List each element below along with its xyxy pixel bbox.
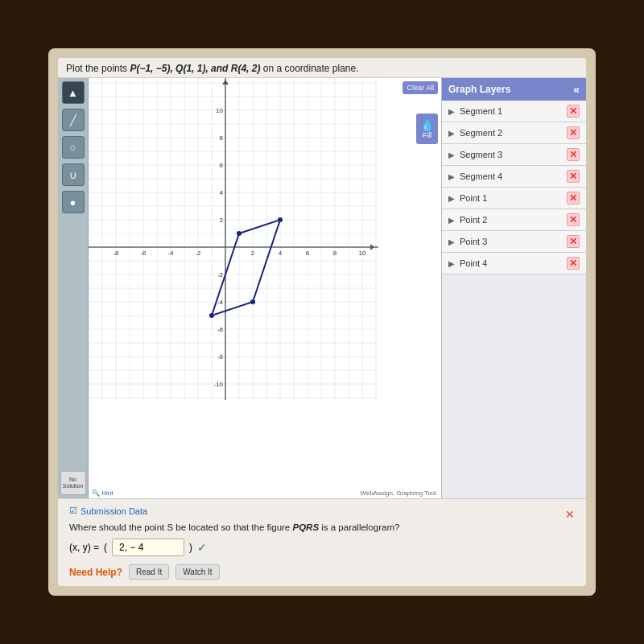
arrow-tool[interactable]: ▲ — [62, 81, 85, 104]
layer-name-4: Segment 4 — [460, 171, 567, 181]
answer-open-paren: ( — [104, 542, 107, 553]
no-solution-button[interactable]: No Solution — [60, 471, 86, 495]
screen-content: Plot the points P(−1, −5), Q(1, 1), and … — [58, 58, 586, 586]
layers-collapse-button[interactable]: « — [573, 83, 580, 96]
layer-name-7: Point 3 — [460, 237, 567, 246]
layers-list: ▶ Segment 1 ✕ ▶ Segment 2 ✕ ▶ Segment 3 … — [442, 101, 586, 275]
answer-check-icon: ✓ — [197, 541, 207, 554]
answer-input[interactable] — [112, 539, 184, 556]
layer-item-5[interactable]: ▶ Point 1 ✕ — [442, 188, 586, 209]
watch-it-button[interactable]: Watch It — [175, 564, 219, 580]
layer-name-1: Segment 1 — [460, 106, 567, 116]
read-it-button[interactable]: Read It — [129, 564, 169, 580]
layers-title: Graph Layers — [448, 84, 510, 95]
laptop-screen: Plot the points P(−1, −5), Q(1, 1), and … — [48, 48, 596, 596]
hint-link[interactable]: 🔍 Hint — [92, 489, 113, 497]
question-text-prefix: Plot the points — [66, 63, 130, 74]
layer-delete-6[interactable]: ✕ — [567, 213, 580, 226]
layer-name-6: Point 2 — [460, 215, 567, 225]
submission-close-button[interactable]: ✕ — [565, 508, 575, 521]
layer-delete-3[interactable]: ✕ — [567, 148, 580, 161]
main-area: ▲ ╱ ○ ∪ ● No Solution Clear All 💧 Fill W… — [58, 78, 586, 498]
layer-delete-2[interactable]: ✕ — [567, 126, 580, 139]
layer-item-3[interactable]: ▶ Segment 3 ✕ — [442, 144, 586, 166]
layer-name-3: Segment 3 — [460, 150, 567, 159]
layer-delete-5[interactable]: ✕ — [567, 192, 580, 204]
answer-close-paren: ) — [189, 542, 192, 553]
layer-item-7[interactable]: ▶ Point 3 ✕ — [442, 231, 586, 253]
layer-item-8[interactable]: ▶ Point 4 ✕ — [442, 253, 586, 275]
point-tool[interactable]: ● — [62, 191, 85, 213]
bottom-question: Where should the point S be located so t… — [69, 522, 575, 532]
bottom-section: ☑ Submission Data ✕ Where should the poi… — [58, 498, 586, 586]
need-help-label: Need Help? — [69, 567, 122, 578]
graph-layers-panel: Graph Layers « ▶ Segment 1 ✕ ▶ Segment 2… — [441, 78, 586, 498]
layer-item-2[interactable]: ▶ Segment 2 ✕ — [442, 122, 586, 144]
question-text-suffix: on a coordinate plane. — [260, 63, 358, 74]
layer-item-6[interactable]: ▶ Point 2 ✕ — [442, 209, 586, 231]
segment-tool[interactable]: ╱ — [62, 109, 85, 131]
question-points: P(−1, −5), Q(1, 1), and R(4, 2) — [130, 63, 260, 74]
answer-prefix: (x, y) = — [69, 542, 99, 553]
layer-arrow-1: ▶ — [448, 107, 455, 116]
layer-item-1[interactable]: ▶ Segment 1 ✕ — [442, 101, 586, 122]
layer-name-2: Segment 2 — [460, 128, 567, 138]
layer-item-4[interactable]: ▶ Segment 4 ✕ — [442, 166, 586, 188]
layers-header: Graph Layers « — [442, 78, 586, 101]
layer-delete-4[interactable]: ✕ — [567, 170, 580, 183]
question-bar: Plot the points P(−1, −5), Q(1, 1), and … — [58, 58, 586, 78]
graph-area[interactable]: Clear All 💧 Fill WebAssign, Graphing Too… — [89, 78, 441, 498]
layer-arrow-3: ▶ — [448, 151, 455, 159]
curve-tool[interactable]: ∪ — [62, 163, 85, 186]
answer-row: (x, y) = ( ) ✓ — [69, 539, 575, 556]
layer-arrow-8: ▶ — [448, 259, 455, 268]
layer-arrow-4: ▶ — [448, 172, 455, 181]
left-toolbar: ▲ ╱ ○ ∪ ● No Solution — [58, 78, 89, 498]
help-row: Need Help? Read It Watch It — [69, 564, 575, 580]
layer-delete-8[interactable]: ✕ — [567, 257, 580, 270]
webassign-label: WebAssign, Graphing Tool — [361, 489, 436, 497]
layer-name-5: Point 1 — [460, 193, 567, 203]
circle-tool[interactable]: ○ — [62, 136, 85, 159]
submission-row: ☑ Submission Data ✕ — [69, 506, 575, 522]
clear-all-button[interactable]: Clear All — [402, 81, 438, 94]
layer-arrow-2: ▶ — [448, 129, 455, 138]
layer-arrow-5: ▶ — [448, 194, 455, 203]
layer-delete-1[interactable]: ✕ — [567, 105, 580, 118]
layer-name-8: Point 4 — [460, 258, 567, 268]
layer-arrow-7: ▶ — [448, 237, 455, 246]
submission-data-link[interactable]: ☑ Submission Data — [69, 506, 147, 516]
layer-delete-7[interactable]: ✕ — [567, 235, 580, 248]
fill-button[interactable]: 💧 Fill — [416, 114, 438, 144]
layer-arrow-6: ▶ — [448, 216, 455, 225]
